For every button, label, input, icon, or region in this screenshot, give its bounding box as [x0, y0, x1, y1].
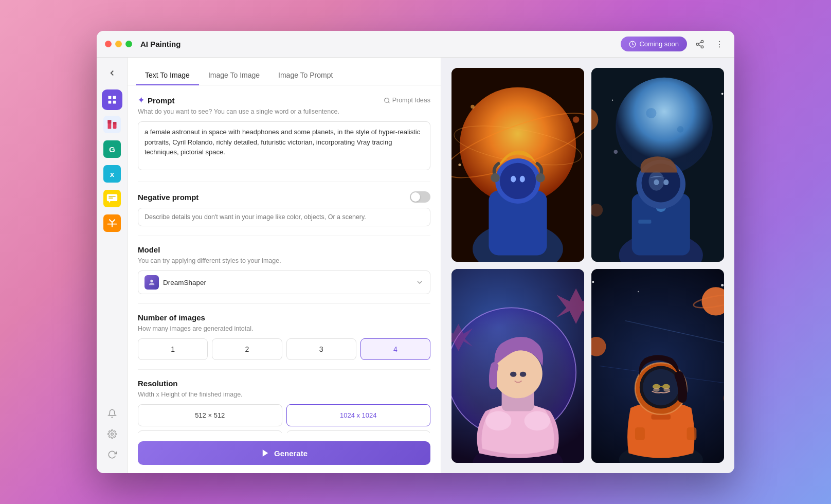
svg-rect-99	[651, 415, 671, 420]
share-button[interactable]	[693, 38, 707, 51]
divider-2	[138, 236, 430, 236]
num-images-btn-4[interactable]: 4	[360, 338, 430, 360]
svg-point-30	[384, 98, 389, 102]
divider-1	[138, 182, 430, 182]
sidebar-item-social[interactable]	[102, 114, 122, 135]
num-images-btn-1[interactable]: 1	[138, 338, 208, 360]
model-selector[interactable]: DreamShaper	[138, 271, 430, 294]
svg-rect-13	[103, 116, 121, 133]
svg-point-42	[491, 173, 500, 183]
tab-text-to-image[interactable]: Text To Image	[136, 66, 199, 85]
app-window: AI Painting Coming soon	[97, 31, 734, 473]
svg-rect-24	[109, 196, 116, 197]
svg-point-6	[719, 41, 720, 42]
negative-prompt-toggle[interactable]	[410, 191, 430, 203]
negative-prompt-title: Negative prompt	[138, 193, 198, 202]
num-images-btn-3[interactable]: 3	[286, 338, 356, 360]
prompt-ideas-link[interactable]: Prompt Ideas	[384, 97, 430, 104]
generate-button[interactable]: Generate	[138, 441, 430, 465]
svg-rect-64	[638, 220, 651, 224]
star-icon: ✦	[138, 96, 144, 105]
more-options-button[interactable]	[713, 38, 726, 51]
minimize-button[interactable]	[115, 41, 122, 47]
svg-point-79	[485, 411, 511, 430]
resolution-btn-384[interactable]: 384x 640	[286, 430, 431, 433]
close-button[interactable]	[105, 41, 112, 47]
sidebar-bottom	[104, 405, 120, 467]
gallery-item-4[interactable]	[591, 269, 724, 463]
svg-marker-33	[263, 449, 268, 457]
svg-rect-23	[106, 194, 117, 202]
xero-icon: x	[103, 165, 121, 183]
svg-point-48	[458, 164, 461, 166]
gallery-item-3[interactable]	[451, 269, 584, 463]
share-icon	[695, 40, 704, 49]
svg-rect-9	[108, 96, 111, 99]
model-logo-icon	[148, 278, 156, 286]
sidebar-item-xero[interactable]: x	[102, 164, 122, 184]
back-button[interactable]	[103, 64, 121, 82]
resolution-btn-512[interactable]: 512 × 512	[138, 404, 282, 426]
resolution-subtitle: Width x Height of the finished image.	[138, 391, 430, 398]
model-subtitle: You can try applying different styles to…	[138, 257, 430, 264]
refresh-button[interactable]	[104, 446, 120, 463]
svg-point-57	[677, 126, 684, 133]
svg-point-88	[638, 291, 639, 293]
svg-point-2	[696, 43, 699, 45]
titlebar-actions: Coming soon	[621, 37, 726, 51]
svg-rect-15	[107, 120, 111, 124]
svg-point-69	[663, 179, 669, 185]
num-images-btn-2[interactable]: 2	[212, 338, 282, 360]
notifications-button[interactable]	[104, 405, 120, 422]
resolution-btn-1024[interactable]: 1024 x 1024	[286, 404, 431, 426]
svg-point-44	[511, 176, 516, 183]
search-icon	[384, 97, 390, 104]
svg-point-3	[701, 46, 703, 48]
coming-soon-button[interactable]: Coming soon	[621, 37, 687, 51]
divider-4	[138, 369, 430, 370]
sidebar-item-chatgpt[interactable]: G	[102, 139, 122, 159]
gallery-item-1[interactable]	[451, 68, 584, 262]
svg-point-80	[525, 411, 550, 430]
sidebar-item-grid[interactable]	[102, 89, 122, 110]
sidebar-item-chat[interactable]	[102, 188, 122, 209]
chat-icon	[103, 190, 121, 207]
ellipsis-icon	[715, 40, 724, 49]
tab-image-to-prompt[interactable]: Image To Prompt	[269, 66, 342, 85]
chatgpt-icon: G	[103, 140, 121, 158]
svg-point-68	[654, 179, 659, 185]
settings-button[interactable]	[104, 426, 120, 442]
svg-line-4	[698, 45, 701, 46]
svg-rect-101	[687, 427, 697, 440]
svg-point-43	[536, 173, 545, 183]
resolution-btn-640[interactable]: 640 x 384	[138, 430, 282, 433]
prompt-textarea[interactable]	[138, 121, 430, 170]
sidebar-item-tools[interactable]	[102, 213, 122, 233]
svg-point-56	[646, 108, 656, 118]
bell-icon	[107, 409, 117, 418]
svg-point-70	[614, 150, 618, 154]
refresh-icon	[107, 450, 117, 459]
svg-point-109	[653, 388, 660, 392]
svg-point-7	[719, 43, 720, 44]
svg-point-45	[520, 176, 525, 183]
maximize-button[interactable]	[125, 41, 132, 47]
svg-rect-17	[113, 122, 116, 124]
gallery-image-4	[591, 269, 724, 463]
negative-prompt-input[interactable]	[138, 208, 430, 226]
prompt-section-header: ✦ Prompt Prompt Ideas	[138, 96, 430, 105]
gallery-image-3	[451, 269, 584, 463]
model-select-left: DreamShaper	[144, 275, 206, 290]
tab-image-to-image[interactable]: Image To Image	[199, 66, 269, 85]
prompt-title: ✦ Prompt	[138, 96, 175, 105]
svg-point-1	[701, 40, 703, 43]
svg-point-87	[592, 281, 594, 283]
resolution-grid: 512 × 512 1024 x 1024 640 x 384 384x 640	[138, 404, 430, 433]
svg-rect-10	[113, 96, 116, 99]
svg-point-47	[573, 116, 580, 123]
svg-point-41	[500, 163, 536, 199]
gallery-item-2[interactable]	[591, 68, 724, 262]
gallery-image-1	[451, 68, 584, 262]
back-icon	[107, 68, 117, 78]
svg-point-32	[150, 280, 153, 282]
